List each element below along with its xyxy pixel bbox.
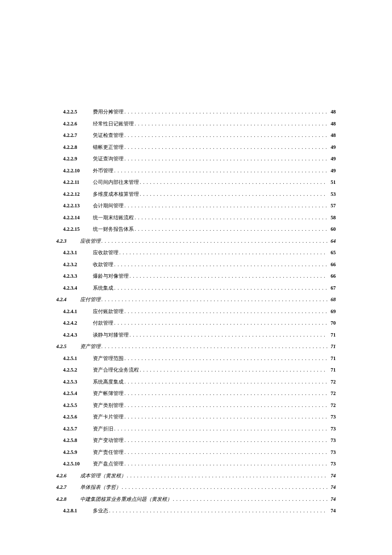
toc-leader-dots [130, 332, 327, 338]
toc-entry-page: 66 [328, 262, 336, 268]
toc-entry: 4.2.2.14统一期末结账流程58 [56, 214, 336, 221]
toc-entry-title: 多维度成本核算管理 [93, 191, 139, 198]
table-of-contents: 4.2.2.5费用分摊管理484.2.2.6经常性日记账管理484.2.2.7凭… [56, 108, 336, 514]
toc-leader-dots [124, 308, 327, 315]
toc-entry-number: 4.2.5.2 [63, 367, 93, 373]
toc-entry-number: 4.2.2.5 [63, 109, 93, 115]
toc-entry-title: 资产合理化业务流程 [93, 366, 139, 374]
toc-entry: 4.2.5.2资产合理化业务流程71 [56, 366, 336, 374]
toc-entry: 4.2.3.1应收款管理65 [56, 249, 336, 256]
toc-entry: 4.2.5.5资产类别管理72 [56, 402, 336, 409]
toc-entry-page: 73 [328, 461, 336, 467]
toc-entry-number: 4.2.5 [56, 343, 80, 350]
toc-leader-dots [124, 379, 327, 385]
toc-entry: 4.2.5.9资产责任管理73 [56, 449, 336, 456]
toc-leader-dots [114, 168, 327, 174]
toc-entry-number: 4.2.3.2 [63, 262, 93, 268]
toc-entry-number: 4.2.2.15 [63, 226, 93, 232]
toc-entry-number: 4.2.2.11 [63, 179, 93, 186]
toc-entry: 4.2.3.3爆龄与对像管理66 [56, 273, 336, 280]
toc-entry-number: 4.2.5.7 [63, 426, 93, 432]
toc-entry-page: 72 [328, 379, 336, 385]
toc-leader-dots [140, 191, 327, 198]
toc-leader-dots [140, 367, 327, 373]
toc-leader-dots [124, 461, 327, 467]
toc-entry-page: 67 [328, 285, 336, 291]
toc-entry: 4.2.8中建集团核算业务重难点问题（黄发根）74 [56, 496, 336, 503]
toc-entry-page: 48 [328, 109, 336, 115]
toc-entry-number: 4.2.8 [56, 496, 80, 503]
toc-entry-page: 53 [328, 191, 336, 198]
toc-leader-dots [124, 109, 327, 115]
toc-entry-number: 4.2.5.1 [63, 355, 93, 362]
toc-entry-title: 资产帐簿管理 [93, 390, 124, 397]
toc-entry-page: 49 [328, 168, 336, 174]
toc-entry-title: 资产管理 [80, 343, 101, 350]
toc-leader-dots [135, 121, 327, 127]
toc-entry-number: 4.2.2.10 [63, 168, 93, 174]
toc-entry: 4.2.2.10外币管理49 [56, 167, 336, 174]
toc-entry-page: 71 [328, 343, 336, 350]
toc-entry-page: 60 [328, 226, 336, 232]
toc-entry-title: 资产折旧 [93, 425, 113, 433]
toc-entry-page: 57 [328, 203, 336, 209]
toc-leader-dots [124, 437, 327, 444]
toc-entry-title: 单体报表（李哲） [80, 484, 121, 491]
toc-entry-title: 资产卡片管理 [93, 413, 124, 421]
toc-entry: 4.2.2.15统一财务报告体系60 [56, 226, 336, 233]
toc-leader-dots [124, 390, 327, 397]
toc-leader-dots [127, 473, 327, 479]
toc-entry: 4.2.2.12多维度成本核算管理53 [56, 191, 336, 198]
toc-entry: 4.2.5.7资产折旧73 [56, 425, 336, 433]
toc-entry-title: 费用分摊管理 [93, 108, 124, 116]
toc-entry-page: 71 [328, 332, 336, 338]
toc-entry: 4.2.5.6资产卡片管理73 [56, 413, 336, 421]
toc-entry-page: 58 [328, 215, 336, 221]
toc-entry: 4.2.3.2收款管理66 [56, 261, 336, 268]
toc-entry: 4.2.5.3系统高度集成72 [56, 378, 336, 386]
toc-leader-dots [124, 132, 327, 139]
toc-entry-page: 68 [328, 296, 336, 303]
toc-entry-title: 错帐更正管理 [93, 144, 124, 151]
toc-leader-dots [114, 426, 327, 432]
toc-leader-dots [124, 355, 327, 362]
toc-leader-dots [124, 156, 327, 162]
toc-entry-number: 4.2.2.7 [63, 132, 93, 139]
toc-entry-title: 外币管理 [93, 167, 113, 174]
toc-entry-title: 系统集成 [93, 285, 113, 292]
toc-entry-title: 应付账款管理 [93, 308, 124, 315]
toc-entry-page: 74 [328, 496, 336, 503]
toc-entry-page: 48 [328, 121, 336, 127]
toc-entry: 4.2.2.13会计期间管理57 [56, 202, 336, 209]
toc-leader-dots [124, 144, 327, 151]
toc-entry: 4.2.4.3谈静与对膝管理71 [56, 331, 336, 339]
toc-entry-number: 4.2.7 [56, 484, 80, 491]
toc-entry-page: 73 [328, 437, 336, 444]
toc-entry-page: 49 [328, 156, 336, 162]
toc-entry-number: 4.2.3.4 [63, 285, 93, 291]
toc-entry-number: 4.2.2.13 [63, 203, 93, 209]
toc-entry-number: 4.2.5.4 [63, 390, 93, 397]
toc-entry-title: 公司间内部往来管理 [93, 179, 139, 186]
toc-leader-dots [124, 449, 327, 456]
toc-entry-number: 4.2.6 [56, 473, 80, 479]
toc-entry-title: 中建集团核算业务重难点问题（黄发根） [80, 496, 172, 503]
toc-entry: 4.2.2.8错帐更正管理49 [56, 144, 336, 151]
toc-entry-number: 4.2.5.9 [63, 449, 93, 456]
toc-entry-title: 凭证检查管理 [93, 132, 124, 139]
toc-leader-dots [124, 414, 327, 420]
toc-entry-number: 4.2.3 [56, 238, 80, 244]
toc-entry-page: 49 [328, 144, 336, 151]
toc-entry-page: 73 [328, 414, 336, 420]
toc-entry: 4.2.5.1资产管理范围71 [56, 355, 336, 362]
toc-leader-dots [119, 250, 327, 256]
toc-entry: 4.2.3.4系统集成67 [56, 285, 336, 292]
toc-entry: 4.2.6成本管理（黄发根）74 [56, 472, 336, 479]
toc-leader-dots [135, 215, 327, 221]
toc-entry: 4.2.7单体报表（李哲）74 [56, 484, 336, 491]
toc-entry-title: 凭证查询管理 [93, 155, 124, 163]
toc-leader-dots [130, 273, 327, 279]
toc-entry-page: 65 [328, 250, 336, 256]
toc-leader-dots [101, 343, 327, 350]
toc-entry-title: 资产变动管理 [93, 437, 124, 444]
